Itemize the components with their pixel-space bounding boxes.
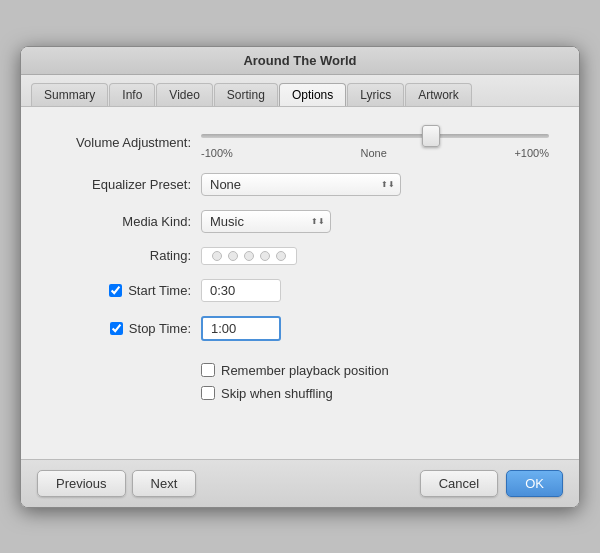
- media-kind-label: Media Kind:: [51, 214, 191, 229]
- rating-dot-2[interactable]: [228, 251, 238, 261]
- tab-lyrics[interactable]: Lyrics: [347, 83, 404, 106]
- media-kind-select-wrapper: Music Music Video Movie TV Show Podcast …: [201, 210, 331, 233]
- stop-time-label: Stop Time:: [51, 321, 191, 336]
- previous-button[interactable]: Previous: [37, 470, 126, 497]
- remember-playback-checkbox[interactable]: [201, 363, 215, 377]
- remember-playback-label: Remember playback position: [221, 363, 389, 378]
- tab-video[interactable]: Video: [156, 83, 212, 106]
- ok-button[interactable]: OK: [506, 470, 563, 497]
- start-time-input[interactable]: [201, 279, 281, 302]
- skip-shuffling-row: Skip when shuffling: [51, 386, 549, 401]
- tab-options[interactable]: Options: [279, 83, 346, 106]
- rating-dot-1[interactable]: [212, 251, 222, 261]
- title-bar: Around The World: [21, 47, 579, 75]
- media-kind-select[interactable]: Music Music Video Movie TV Show Podcast …: [201, 210, 331, 233]
- start-time-checkbox[interactable]: [109, 284, 122, 297]
- volume-slider-track: [201, 134, 549, 138]
- volume-row: Volume Adjustment: -100% None +100%: [51, 127, 549, 159]
- volume-slider-track-wrapper: [201, 127, 549, 145]
- rating-dot-5[interactable]: [276, 251, 286, 261]
- skip-shuffling-checkbox[interactable]: [201, 386, 215, 400]
- rating-container[interactable]: [201, 247, 297, 265]
- remember-playback-row: Remember playback position: [51, 363, 549, 378]
- start-time-label: Start Time:: [51, 283, 191, 298]
- volume-container: -100% None +100%: [201, 127, 549, 159]
- equalizer-preset-select[interactable]: None Acoustic Bass Booster Classical Dan…: [201, 173, 401, 196]
- media-kind-row: Media Kind: Music Music Video Movie TV S…: [51, 210, 549, 233]
- next-button[interactable]: Next: [132, 470, 197, 497]
- cancel-button[interactable]: Cancel: [420, 470, 498, 497]
- volume-slider-thumb[interactable]: [422, 125, 440, 147]
- volume-max-label: +100%: [514, 147, 549, 159]
- skip-shuffling-label: Skip when shuffling: [221, 386, 333, 401]
- rating-row: Rating:: [51, 247, 549, 265]
- tab-sorting[interactable]: Sorting: [214, 83, 278, 106]
- left-buttons: Previous Next: [37, 470, 196, 497]
- tab-artwork[interactable]: Artwork: [405, 83, 472, 106]
- tab-bar: Summary Info Video Sorting Options Lyric…: [21, 75, 579, 107]
- stop-time-checkbox[interactable]: [110, 322, 123, 335]
- start-time-row: Start Time:: [51, 279, 549, 302]
- rating-dot-3[interactable]: [244, 251, 254, 261]
- content-area: Volume Adjustment: -100% None +100% Equa…: [21, 107, 579, 459]
- rating-dot-4[interactable]: [260, 251, 270, 261]
- rating-label: Rating:: [51, 248, 191, 263]
- volume-slider-labels: -100% None +100%: [201, 147, 549, 159]
- bottom-bar: Previous Next Cancel OK: [21, 459, 579, 507]
- tab-info[interactable]: Info: [109, 83, 155, 106]
- right-buttons: Cancel OK: [420, 470, 563, 497]
- volume-label: Volume Adjustment:: [51, 135, 191, 150]
- equalizer-select-wrapper: None Acoustic Bass Booster Classical Dan…: [201, 173, 401, 196]
- dialog-window: Around The World Summary Info Video Sort…: [20, 46, 580, 508]
- equalizer-row: Equalizer Preset: None Acoustic Bass Boo…: [51, 173, 549, 196]
- stop-time-row: Stop Time:: [51, 316, 549, 341]
- tab-summary[interactable]: Summary: [31, 83, 108, 106]
- volume-min-label: -100%: [201, 147, 233, 159]
- equalizer-label: Equalizer Preset:: [51, 177, 191, 192]
- volume-center-label: None: [360, 147, 386, 159]
- window-title: Around The World: [243, 53, 356, 68]
- stop-time-input[interactable]: [201, 316, 281, 341]
